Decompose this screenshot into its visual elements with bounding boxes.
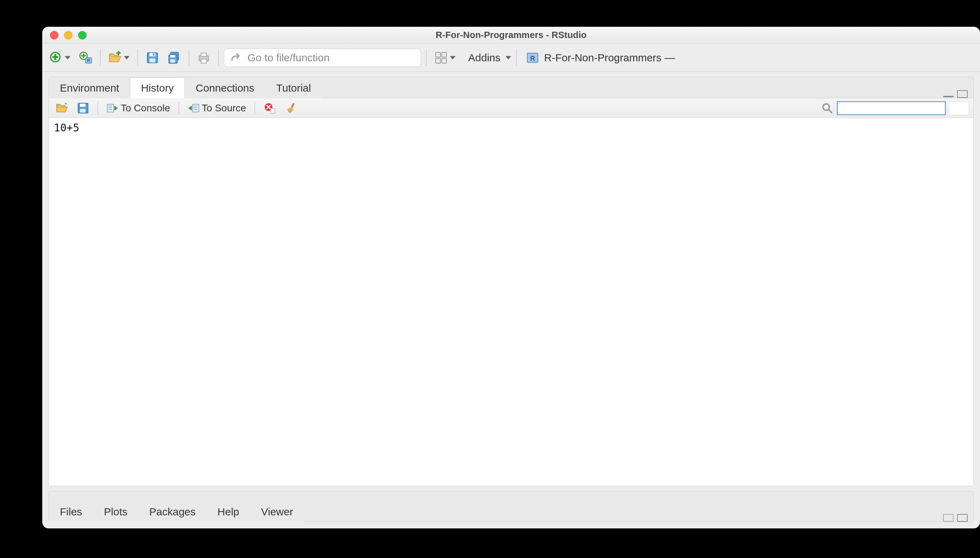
caret-down-icon: [506, 56, 511, 59]
clear-history-button[interactable]: [282, 101, 299, 115]
addins-menu[interactable]: Addins: [468, 52, 511, 64]
to-console-icon: [107, 102, 119, 114]
folder-open-icon: [56, 102, 68, 114]
toolbar-separator: [516, 49, 517, 66]
addins-label: Addins: [468, 52, 501, 64]
svg-rect-15: [170, 59, 175, 63]
broom-icon: [285, 102, 297, 114]
tab-history[interactable]: History: [130, 77, 185, 98]
plus-project-icon: R: [79, 51, 92, 64]
grid-icon: [434, 51, 448, 64]
history-entry[interactable]: 10+5: [54, 121, 969, 134]
search-icon: [821, 102, 833, 114]
history-search-input[interactable]: [837, 101, 946, 115]
svg-rect-14: [170, 55, 175, 57]
window-title: R-For-Non-Programmers - RStudio: [42, 30, 980, 41]
svg-rect-11: [153, 53, 155, 56]
to-console-label: To Console: [121, 102, 170, 114]
save-all-icon: [168, 51, 181, 64]
project-label: R-For-Non-Programmers —: [544, 52, 675, 64]
titlebar: R-For-Non-Programmers - RStudio: [42, 27, 980, 44]
pane-area: Environment History Connections Tutorial: [42, 72, 980, 528]
toolbar-separator: [98, 102, 98, 115]
history-toolbar: To Console To Source: [49, 98, 973, 118]
restore-pane-icon[interactable]: [943, 514, 954, 522]
tab-environment[interactable]: Environment: [49, 77, 130, 98]
tab-connections[interactable]: Connections: [185, 77, 265, 98]
toolbar-separator: [178, 102, 179, 115]
minimize-pane-icon[interactable]: [943, 96, 954, 97]
delete-icon: [263, 102, 276, 114]
toolbar-separator: [100, 49, 101, 66]
toolbar-separator: [137, 49, 138, 66]
print-button[interactable]: [194, 49, 213, 66]
svg-rect-9: [149, 53, 155, 56]
top-pane: Environment History Connections Tutorial: [49, 77, 973, 486]
svg-rect-10: [149, 58, 155, 62]
plus-document-icon: [49, 51, 63, 64]
svg-rect-19: [436, 52, 440, 57]
bottom-pane: Files Plots Packages Help Viewer: [49, 491, 973, 522]
save-history-button[interactable]: [74, 101, 92, 115]
tab-files[interactable]: Files: [49, 501, 93, 522]
svg-rect-5: [81, 55, 86, 56]
toolbar-separator: [189, 49, 190, 66]
to-source-label: To Source: [202, 102, 246, 114]
svg-rect-27: [80, 109, 85, 113]
svg-rect-22: [442, 58, 447, 63]
project-menu[interactable]: R R-For-Non-Programmers —: [526, 51, 675, 64]
svg-text:R: R: [87, 58, 90, 63]
bottom-pane-tabs: Files Plots Packages Help Viewer: [49, 491, 973, 522]
open-file-button[interactable]: [106, 49, 133, 66]
goto-placeholder: Go to file/function: [247, 52, 329, 64]
pane-window-controls: [943, 90, 973, 98]
arrow-icon: [231, 52, 242, 64]
save-icon: [77, 102, 89, 114]
save-all-button[interactable]: [165, 49, 184, 66]
save-button[interactable]: [143, 49, 162, 66]
pane-window-controls: [943, 514, 973, 522]
print-icon: [197, 51, 211, 64]
save-icon: [146, 51, 159, 64]
maximize-pane-icon[interactable]: [957, 90, 968, 98]
svg-rect-26: [80, 103, 85, 107]
toolbar-separator: [255, 102, 255, 115]
remove-entries-button[interactable]: [261, 101, 278, 115]
svg-rect-18: [201, 59, 206, 63]
caret-down-icon: [65, 56, 70, 59]
svg-rect-21: [436, 58, 440, 63]
to-source-icon: [188, 102, 200, 114]
caret-down-icon: [124, 56, 129, 59]
rstudio-window: R-For-Non-Programmers - RStudio R: [42, 27, 980, 528]
svg-rect-2: [52, 56, 59, 58]
caret-down-icon: [450, 56, 455, 59]
toolbar-separator: [426, 49, 427, 66]
svg-rect-20: [442, 52, 447, 57]
load-history-button[interactable]: [53, 101, 71, 115]
history-search-extra[interactable]: [949, 101, 969, 115]
to-source-button[interactable]: To Source: [185, 101, 249, 115]
tab-viewer[interactable]: Viewer: [250, 501, 304, 522]
svg-line-42: [829, 110, 832, 113]
toolbar-separator: [218, 49, 219, 66]
main-toolbar: R: [42, 44, 980, 72]
tab-plots[interactable]: Plots: [93, 501, 138, 522]
new-file-button[interactable]: [46, 49, 73, 66]
new-project-button[interactable]: R: [76, 49, 95, 66]
svg-text:R: R: [530, 54, 535, 62]
tab-help[interactable]: Help: [207, 501, 250, 522]
project-icon: R: [526, 51, 539, 64]
goto-file-function-input[interactable]: Go to file/function: [224, 49, 421, 67]
top-pane-tabs: Environment History Connections Tutorial: [49, 77, 973, 98]
svg-rect-37: [271, 108, 275, 113]
maximize-pane-icon[interactable]: [957, 514, 968, 522]
folder-open-icon: [108, 51, 122, 64]
to-console-button[interactable]: To Console: [104, 101, 173, 115]
history-search: [821, 101, 969, 115]
workspace-panes-button[interactable]: [432, 49, 458, 66]
tab-packages[interactable]: Packages: [138, 501, 207, 522]
history-content[interactable]: 10+5: [49, 118, 973, 486]
svg-rect-17: [201, 53, 206, 56]
tab-tutorial[interactable]: Tutorial: [265, 77, 322, 98]
